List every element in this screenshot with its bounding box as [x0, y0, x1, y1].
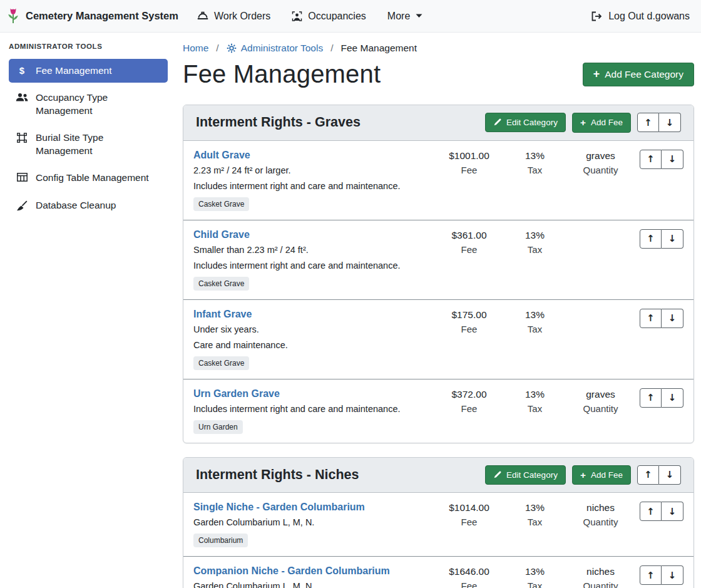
- fee-type-badge: Casket Grave: [193, 356, 249, 370]
- fee-move-down-button[interactable]: ↓: [662, 388, 683, 408]
- fee-description: Garden Columbarium L, M, N,: [193, 581, 431, 588]
- fee-reorder-group: ↑ ↓: [633, 502, 683, 521]
- fee-move-up-button[interactable]: ↑: [640, 309, 662, 328]
- category-actions: Edit Category + Add Fee ↑ ↓: [485, 113, 681, 133]
- edit-category-label: Edit Category: [506, 118, 558, 127]
- breadcrumb-admin-tools-link[interactable]: Administrator Tools: [227, 43, 324, 54]
- fee-move-down-button[interactable]: ↓: [662, 565, 683, 585]
- fee-move-up-button[interactable]: ↑: [640, 150, 662, 169]
- category-fee-list: Single Niche - Garden Columbarium Garden…: [183, 493, 693, 588]
- breadcrumb-current: Fee Management: [341, 43, 417, 54]
- tax-column: 13% Tax: [502, 502, 568, 527]
- fee-amount-column: $1001.00 Fee: [436, 150, 502, 175]
- fee-move-down-button[interactable]: ↓: [662, 502, 683, 521]
- fee-name-link[interactable]: Companion Niche - Garden Columbarium: [193, 565, 390, 577]
- nav-item-occupancies[interactable]: Occupancies: [292, 11, 366, 22]
- vector-square-icon: [15, 133, 29, 143]
- fee-details: Urn Garden Grave Includes interment righ…: [193, 388, 436, 434]
- arrow-up-icon: ↑: [647, 312, 655, 324]
- fee-descriptions: Garden Columbarium L, M, N.: [193, 517, 431, 527]
- fee-reorder-group: ↑ ↓: [633, 309, 683, 328]
- fee-type-badge: Columbarium: [193, 534, 248, 547]
- add-fee-category-button[interactable]: + Add Fee Category: [583, 63, 694, 86]
- sidebar-title: ADMINISTRATOR TOOLS: [9, 43, 168, 50]
- fee-details: Child Grave Smaller than 2.23 m² / 24 ft…: [193, 229, 436, 291]
- add-fee-button[interactable]: + Add Fee: [572, 465, 631, 485]
- fee-name-link[interactable]: Single Niche - Garden Columbarium: [193, 502, 365, 513]
- fee-amount-column: $1014.00 Fee: [436, 502, 502, 527]
- pencil-icon: [493, 471, 501, 479]
- category-move-up-button[interactable]: ↑: [637, 465, 659, 485]
- tax-column: 13% Tax: [502, 150, 568, 175]
- fee-name-link[interactable]: Child Grave: [193, 229, 250, 240]
- category-reorder-group: ↑ ↓: [637, 113, 681, 132]
- plus-icon: +: [580, 118, 586, 128]
- admin-sidebar: ADMINISTRATOR TOOLS $Fee ManagementOccup…: [0, 33, 175, 588]
- tax-rate: 13%: [502, 309, 568, 321]
- sidebar-item-fee-management[interactable]: $Fee Management: [9, 59, 168, 83]
- gear-icon: [227, 43, 237, 53]
- fee-name-link[interactable]: Urn Garden Grave: [193, 388, 280, 400]
- fee-details: Adult Grave 2.23 m² / 24 ft² or larger.I…: [193, 150, 436, 211]
- logout-label: Log Out d.gowans: [608, 11, 690, 22]
- category-header: Interment Rights - Graves Edit Category …: [183, 105, 693, 141]
- category-move-up-button[interactable]: ↑: [637, 113, 659, 132]
- fee-amount: $361.00: [436, 230, 502, 241]
- fee-name-link[interactable]: Infant Grave: [193, 309, 252, 320]
- arrow-up-icon: ↑: [644, 469, 652, 480]
- fee-move-up-button[interactable]: ↑: [640, 388, 662, 408]
- fee-move-down-button[interactable]: ↓: [662, 229, 683, 249]
- tax-column: 13% Tax: [502, 565, 568, 588]
- logout-button[interactable]: Log Out d.gowans: [591, 11, 690, 22]
- category-move-down-button[interactable]: ↓: [659, 465, 681, 485]
- people-icon: [15, 93, 29, 101]
- tax-column: 13% Tax: [502, 229, 568, 255]
- fee-move-down-button[interactable]: ↓: [662, 150, 683, 169]
- edit-category-button[interactable]: Edit Category: [485, 113, 566, 132]
- app-brand[interactable]: Cemetery Management System: [6, 8, 178, 24]
- tax-rate: 13%: [502, 230, 568, 241]
- fee-amount-column: $372.00 Fee: [436, 388, 502, 414]
- nav-item-work-orders[interactable]: Work Orders: [197, 11, 270, 22]
- quantity-column: graves Quantity: [568, 150, 633, 175]
- fee-name-link[interactable]: Adult Grave: [193, 150, 250, 161]
- fee-move-up-button[interactable]: ↑: [640, 229, 662, 249]
- fee-description: Includes interment right and care and ma…: [193, 260, 431, 271]
- fee-move-down-button[interactable]: ↓: [662, 309, 683, 328]
- sidebar-item-label: Database Cleanup: [36, 199, 116, 212]
- sidebar-item-database-cleanup[interactable]: Database Cleanup: [9, 193, 168, 217]
- fee-descriptions: Under six years.Care and maintenance.: [193, 324, 431, 350]
- breadcrumb: Home / Administrator Tools / Fee Managem…: [183, 43, 694, 54]
- fee-reorder-group: ↑ ↓: [633, 565, 683, 585]
- nav-item-more[interactable]: More: [387, 11, 422, 22]
- quantity-unit: graves: [568, 389, 633, 400]
- category-move-down-button[interactable]: ↓: [659, 113, 681, 132]
- fee-description: 2.23 m² / 24 ft² or larger.: [193, 165, 431, 175]
- fee-amount-label: Fee: [436, 244, 502, 255]
- edit-category-button[interactable]: Edit Category: [485, 465, 566, 485]
- sidebar-item-occupancy-type-management[interactable]: Occupancy Type Management: [9, 86, 168, 123]
- fee-amount-column: $361.00 Fee: [436, 229, 502, 255]
- breadcrumb-separator: /: [216, 43, 218, 54]
- fee-category-list: Interment Rights - Graves Edit Category …: [183, 105, 694, 588]
- nav-item-label: More: [387, 11, 410, 22]
- fee-description: Care and maintenance.: [193, 340, 431, 350]
- breadcrumb-home-link[interactable]: Home: [183, 43, 208, 54]
- fee-reorder-group: ↑ ↓: [633, 229, 683, 249]
- sidebar-item-config-table-management[interactable]: Config Table Management: [9, 166, 168, 190]
- sidebar-item-label: Fee Management: [36, 64, 112, 77]
- page-title: Fee Management: [183, 60, 381, 88]
- fee-details: Companion Niche - Garden Columbarium Gar…: [193, 565, 436, 588]
- fee-amount-column: $1646.00 Fee: [436, 565, 502, 588]
- sidebar-items: $Fee ManagementOccupancy Type Management…: [9, 59, 168, 217]
- fee-amount: $175.00: [436, 309, 502, 321]
- fee-move-up-button[interactable]: ↑: [640, 565, 662, 585]
- quantity-column: niches Quantity: [568, 502, 633, 527]
- chevron-down-icon: [416, 14, 422, 18]
- dollar-icon: $: [15, 66, 29, 75]
- fee-move-up-button[interactable]: ↑: [640, 502, 662, 521]
- add-fee-button[interactable]: + Add Fee: [572, 113, 631, 133]
- sidebar-item-burial-site-type-management[interactable]: Burial Site Type Management: [9, 126, 168, 163]
- tax-label: Tax: [502, 403, 568, 414]
- quantity-label: Quantity: [568, 580, 633, 588]
